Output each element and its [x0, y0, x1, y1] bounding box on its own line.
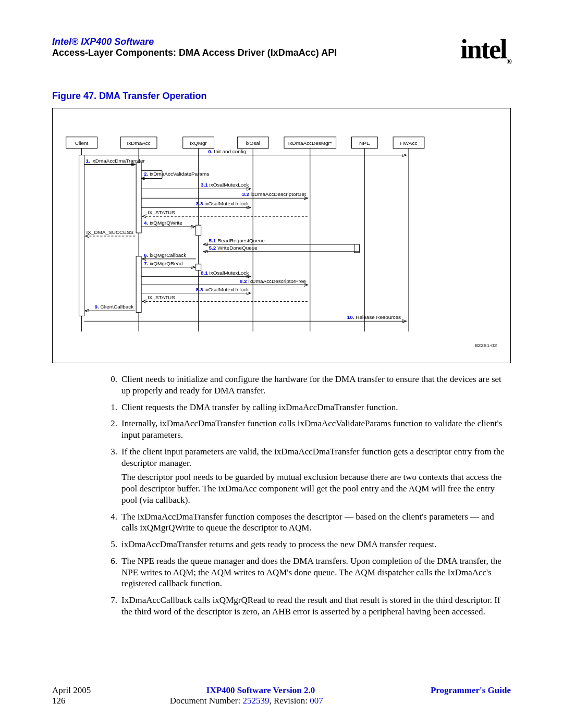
steps-list: 0. Client needs to initialize and config…: [107, 374, 511, 618]
svg-text:6. ixQMgrCallback: 6. ixQMgrCallback: [144, 252, 186, 258]
diagram-ref: B2361-02: [474, 342, 497, 348]
step-subparagraph: The descriptor pool needs to be guarded …: [121, 472, 511, 505]
svg-rect-18: [136, 256, 141, 313]
step-item: 5. ixDmaAccDmaTransfer returns and gets …: [107, 539, 511, 550]
svg-text:3.2 ixDmaAccDescriptorGet: 3.2 ixDmaAccDescriptorGet: [242, 191, 306, 197]
svg-text:5.1 ReadRequestQueue: 5.1 ReadRequestQueue: [209, 238, 265, 243]
svg-text:1. ixDmaAccDmaTransfer: 1. ixDmaAccDmaTransfer: [86, 158, 145, 164]
rev-value: 007: [310, 696, 323, 706]
page: Intel® IXP400 Software Access-Layer Comp…: [0, 0, 563, 728]
actor-label: ixOsal: [246, 140, 260, 146]
sequence-diagram-svg: Client IxDmaAcc IxQMgr ixOsal IxDmaAccDe…: [53, 108, 510, 363]
header-subtitle: Access-Layer Components: DMA Access Driv…: [52, 47, 511, 58]
page-header: Intel® IXP400 Software Access-Layer Comp…: [52, 36, 511, 58]
step-item: 6. The NPE reads the queue manager and d…: [107, 556, 511, 589]
step-text: IxDmaAccCallback calls ixQMgrQRead to re…: [121, 595, 511, 618]
actor-label: IxQMgr: [190, 140, 207, 146]
step-number: 1.: [107, 402, 121, 413]
actor-boxes: Client IxDmaAcc IxQMgr ixOsal IxDmaAccDe…: [66, 137, 424, 149]
step-number: 3.: [107, 446, 121, 506]
step-item: 3. If the client input parameters are va…: [107, 446, 511, 506]
step-item: 4. The ixDmaAccDmaTransfer function comp…: [107, 511, 511, 534]
footer-version: IXP400 Software Version 2.0: [91, 685, 431, 696]
svg-text:7. ixQMgrQRead: 7. ixQMgrQRead: [144, 261, 183, 266]
step-text: The NPE reads the queue manager and does…: [121, 556, 511, 589]
svg-text:2. ixDmaAccValidateParams: 2. ixDmaAccValidateParams: [144, 171, 209, 177]
svg-text:3.1 ixOsalMutexLock: 3.1 ixOsalMutexLock: [201, 182, 249, 188]
logo-text: intel: [460, 34, 506, 64]
logo-registered: ®: [507, 58, 511, 66]
footer-docnum: Document Number: 252539, Revision: 007: [66, 696, 428, 706]
step-number: 2.: [107, 418, 121, 441]
step-text: Internally, ixDmaAccDmaTransfer function…: [121, 418, 511, 441]
footer-date: April 2005: [52, 685, 91, 696]
svg-text:8.3 ixOsalMutexUnlock: 8.3 ixOsalMutexUnlock: [196, 287, 249, 292]
footer-page: 126: [52, 696, 66, 706]
svg-rect-15: [136, 163, 141, 233]
rev-label: , Revision:: [269, 696, 310, 706]
step-number: 7.: [107, 595, 121, 618]
actor-label: Client: [75, 140, 89, 146]
step-text: Client requests the DMA transfer by call…: [121, 402, 511, 413]
svg-rect-14: [79, 155, 84, 316]
svg-text:IX_STATUS: IX_STATUS: [148, 294, 175, 300]
step-item: 1. Client requests the DMA transfer by c…: [107, 402, 511, 413]
product-line: Intel® IXP400 Software: [52, 36, 511, 47]
svg-text:IX_STATUS: IX_STATUS: [148, 209, 175, 215]
docnum-label: Document Number:: [170, 696, 243, 706]
docnum-value: 252539: [242, 696, 269, 706]
svg-rect-16: [196, 225, 201, 236]
step-text: If the client input parameters are valid…: [121, 446, 511, 506]
step-text: ixDmaAccDmaTransfer returns and gets rea…: [121, 539, 511, 550]
actor-label: NPE: [359, 140, 370, 146]
actor-label: HWAcc: [400, 140, 418, 146]
step-item: 7. IxDmaAccCallback calls ixQMgrQRead to…: [107, 595, 511, 618]
page-footer: April 2005 IXP400 Software Version 2.0 P…: [52, 685, 511, 706]
svg-text:3.3 ixOsalMutexUnlock: 3.3 ixOsalMutexUnlock: [196, 201, 249, 206]
figure-title: Figure 47. DMA Transfer Operation: [52, 91, 511, 102]
step-text: Client needs to initialize and configure…: [121, 374, 511, 397]
messages: 0. Init and config 1. ixDmaAccDmaTransfe…: [84, 149, 406, 322]
svg-text:0. Init and config: 0. Init and config: [208, 149, 246, 154]
step-number: 4.: [107, 511, 121, 534]
sequence-diagram: Client IxDmaAcc IxQMgr ixOsal IxDmaAccDe…: [52, 108, 511, 363]
svg-text:9. ClientCallback: 9. ClientCallback: [95, 304, 134, 310]
step-item: 2. Internally, ixDmaAccDmaTransfer funct…: [107, 418, 511, 441]
step-number: 5.: [107, 539, 121, 550]
step-main: If the client input parameters are valid…: [121, 447, 505, 468]
actor-label: IxDmaAccDesMgr*: [288, 140, 332, 146]
svg-text:5.2 WriteDoneQueue: 5.2 WriteDoneQueue: [209, 245, 258, 251]
step-number: 6.: [107, 556, 121, 589]
step-number: 0.: [107, 374, 121, 397]
svg-text:8.1 ixOsalMutexLock: 8.1 ixOsalMutexLock: [201, 270, 249, 276]
svg-text:8.2 ixDmaAccDescriptorFree: 8.2 ixDmaAccDescriptorFree: [240, 278, 307, 284]
svg-text:4. ixQMgrQWrite: 4. ixQMgrQWrite: [144, 220, 182, 226]
svg-text:IX_DMA_SUCCESS: IX_DMA_SUCCESS: [87, 229, 134, 235]
svg-text:10. Release Resources: 10. Release Resources: [347, 314, 401, 320]
actor-label: IxDmaAcc: [127, 140, 150, 146]
footer-guide: Programmer's Guide: [431, 685, 511, 696]
step-item: 0. Client needs to initialize and config…: [107, 374, 511, 397]
step-text: The ixDmaAccDmaTransfer function compose…: [121, 511, 511, 534]
intel-logo: intel®: [460, 34, 511, 66]
